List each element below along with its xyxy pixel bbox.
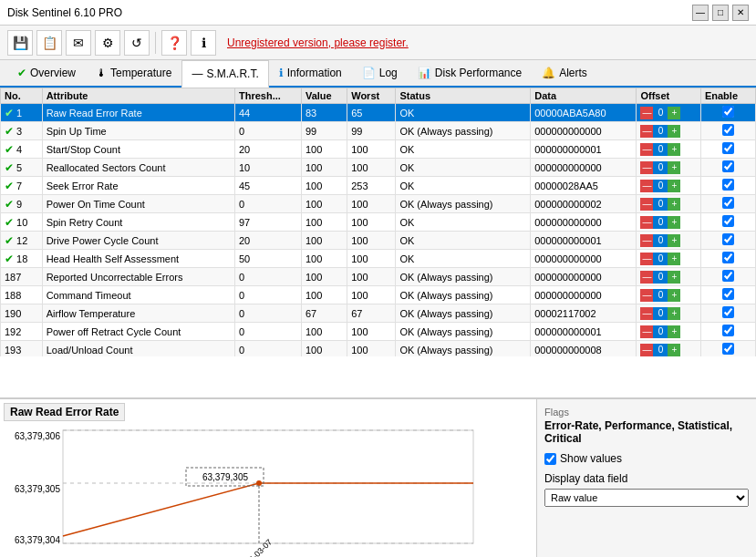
row-worst-cell: 100 (347, 232, 396, 250)
table-row[interactable]: ✔ 1Raw Read Error Rate448365OK00000ABA5A… (1, 104, 756, 122)
table-row[interactable]: 193Load/Unload Count0100100OK (Always pa… (1, 341, 756, 357)
row-thresh-cell: 10 (234, 159, 301, 177)
row-worst-cell: 100 (347, 323, 396, 341)
row-offset-cell: — 0 + (637, 104, 701, 122)
offset-minus-btn[interactable]: — (640, 289, 653, 302)
enable-checkbox[interactable] (722, 270, 734, 282)
offset-val: 0 (653, 289, 668, 302)
row-offset-cell: — 0 + (637, 140, 701, 159)
offset-minus-btn[interactable]: — (640, 325, 653, 338)
tab-smart[interactable]: — S.M.A.R.T. (181, 60, 268, 88)
offset-minus-btn[interactable]: — (640, 216, 653, 229)
tab-temperature[interactable]: 🌡 Temperature (86, 59, 181, 87)
offset-plus-btn[interactable]: + (668, 198, 680, 211)
table-row[interactable]: ✔ 9Power On Time Count0100100OK (Always … (1, 195, 756, 213)
offset-minus-btn[interactable]: — (640, 107, 653, 119)
row-offset-cell: — 0 + (637, 159, 701, 177)
row-worst-cell: 99 (347, 122, 396, 140)
offset-plus-btn[interactable]: + (668, 143, 680, 156)
offset-minus-btn[interactable]: — (640, 307, 653, 320)
maximize-button[interactable]: □ (712, 5, 729, 21)
enable-checkbox[interactable] (722, 306, 734, 318)
row-enable-cell (700, 195, 755, 213)
enable-checkbox[interactable] (722, 325, 734, 336)
enable-checkbox[interactable] (722, 343, 734, 355)
offset-minus-btn[interactable]: — (640, 234, 653, 247)
table-row[interactable]: ✔ 12Drive Power Cycle Count20100100OK000… (1, 232, 756, 250)
tab-information[interactable]: ℹ Information (269, 59, 352, 87)
table-row[interactable]: 188Command Timeout0100100OK (Always pass… (1, 286, 756, 304)
col-status: Status (396, 88, 531, 104)
toolbar-info-icon[interactable]: ℹ (191, 30, 216, 56)
table-row[interactable]: 190Airflow Temperature06767OK (Always pa… (1, 304, 756, 323)
table-row[interactable]: ✔ 18Head Health Self Assessment50100100O… (1, 250, 756, 268)
offset-minus-btn[interactable]: — (640, 161, 653, 174)
offset-plus-btn[interactable]: + (668, 307, 680, 320)
unregistered-text[interactable]: Unregistered version, please register. (227, 36, 409, 49)
row-thresh-cell: 50 (234, 250, 301, 268)
toolbar-refresh-icon[interactable]: ↺ (124, 30, 150, 56)
offset-plus-btn[interactable]: + (668, 180, 680, 192)
offset-plus-btn[interactable]: + (668, 107, 680, 119)
offset-plus-btn[interactable]: + (668, 344, 680, 356)
offset-val: 0 (653, 216, 668, 229)
offset-minus-btn[interactable]: — (640, 271, 653, 284)
row-data-cell: 000000000001 (531, 140, 637, 159)
row-no-cell: 190 (1, 304, 43, 323)
enable-checkbox[interactable] (722, 179, 734, 191)
display-field-select[interactable]: Raw value Normalized value (544, 489, 749, 507)
toolbar-settings-icon[interactable]: ⚙ (95, 30, 120, 56)
offset-plus-btn[interactable]: + (668, 161, 680, 174)
smart-icon: — (192, 67, 202, 80)
tab-disk-performance[interactable]: 📊 Disk Performance (408, 59, 532, 87)
info-icon: ℹ (279, 67, 284, 79)
offset-plus-btn[interactable]: + (668, 234, 680, 247)
offset-minus-btn[interactable]: — (640, 253, 653, 265)
tab-log[interactable]: 📄 Log (352, 59, 408, 87)
offset-plus-btn[interactable]: + (668, 271, 680, 284)
offset-plus-btn[interactable]: + (668, 253, 680, 265)
close-button[interactable]: ✕ (732, 5, 749, 21)
tab-overview[interactable]: ✔ Overview (7, 59, 86, 87)
offset-val: 0 (653, 253, 668, 265)
toolbar-help-icon[interactable]: ❓ (161, 30, 187, 56)
nav-tabs: ✔ Overview 🌡 Temperature — S.M.A.R.T. ℹ … (0, 60, 756, 88)
enable-checkbox[interactable] (722, 160, 734, 172)
toolbar-disk-icon[interactable]: 💾 (7, 30, 33, 56)
offset-minus-btn[interactable]: — (640, 198, 653, 211)
enable-checkbox[interactable] (722, 106, 734, 118)
table-row[interactable]: ✔ 10Spin Retry Count97100100OK0000000000… (1, 213, 756, 232)
enable-checkbox[interactable] (722, 142, 734, 154)
offset-minus-btn[interactable]: — (640, 344, 653, 356)
row-worst-cell: 100 (347, 195, 396, 213)
minimize-button[interactable]: — (692, 5, 709, 21)
row-attr-cell: Power On Time Count (42, 195, 234, 213)
table-row[interactable]: ✔ 4Start/Stop Count20100100OK00000000000… (1, 140, 756, 159)
show-values-checkbox[interactable] (544, 453, 556, 465)
enable-checkbox[interactable] (722, 215, 734, 227)
tab-alerts[interactable]: 🔔 Alerts (532, 59, 597, 87)
enable-checkbox[interactable] (722, 124, 734, 136)
table-body: ✔ 1Raw Read Error Rate448365OK00000ABA5A… (1, 104, 756, 357)
toolbar-email-icon[interactable]: ✉ (66, 30, 91, 56)
offset-minus-btn[interactable]: — (640, 125, 653, 138)
table-row[interactable]: 192Power off Retract Cycle Count0100100O… (1, 323, 756, 341)
enable-checkbox[interactable] (722, 252, 734, 263)
offset-val: 0 (653, 107, 668, 119)
enable-checkbox[interactable] (722, 288, 734, 300)
enable-checkbox[interactable] (722, 233, 734, 245)
table-row[interactable]: ✔ 3Spin Up Time09999OK (Always passing)0… (1, 122, 756, 140)
offset-plus-btn[interactable]: + (668, 289, 680, 302)
offset-plus-btn[interactable]: + (668, 325, 680, 338)
toolbar-copy-icon[interactable]: 📋 (36, 30, 62, 56)
offset-plus-btn[interactable]: + (668, 216, 680, 229)
chart-point (256, 480, 262, 486)
table-scroll[interactable]: No. Attribute Thresh... Value Worst Stat… (0, 88, 756, 356)
offset-minus-btn[interactable]: — (640, 180, 653, 192)
enable-checkbox[interactable] (722, 197, 734, 209)
offset-minus-btn[interactable]: — (640, 143, 653, 156)
offset-plus-btn[interactable]: + (668, 125, 680, 138)
table-row[interactable]: 187Reported Uncorrectable Errors0100100O… (1, 268, 756, 286)
table-row[interactable]: ✔ 7Seek Error Rate45100253OK00000028AA5—… (1, 177, 756, 195)
table-row[interactable]: ✔ 5Reallocated Sectors Count10100100OK00… (1, 159, 756, 177)
